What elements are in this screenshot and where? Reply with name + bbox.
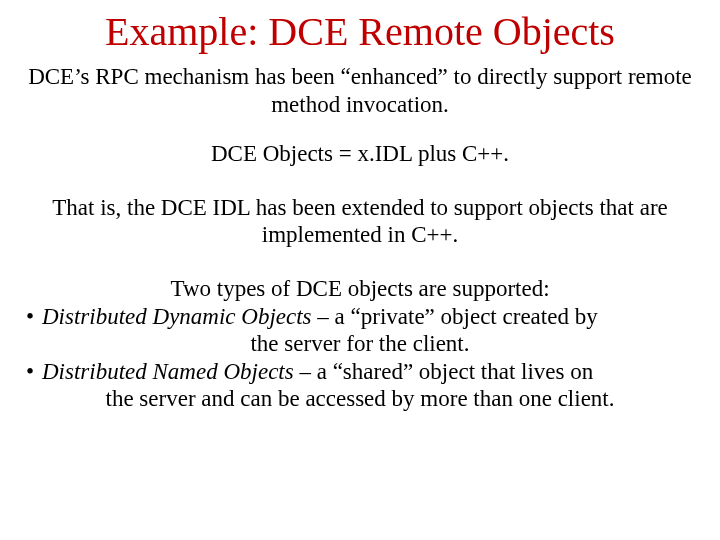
list-item-desc-cont: the server and can be accessed by more t… (20, 385, 700, 413)
list-intro: Two types of DCE objects are supported: (20, 275, 700, 303)
paragraph-equation: DCE Objects = x.IDL plus C++. (20, 140, 700, 168)
list-item-text: Distributed Named Objects – a “shared” o… (42, 358, 700, 386)
paragraph-explanation: That is, the DCE IDL has been extended t… (20, 194, 700, 249)
paragraph-intro: DCE’s RPC mechanism has been “enhanced” … (20, 63, 700, 118)
list-item: • Distributed Named Objects – a “shared”… (20, 358, 700, 386)
bullet-icon: • (20, 303, 42, 331)
list-block: Two types of DCE objects are supported: … (20, 275, 700, 413)
list-item-desc-cont: the server for the client. (20, 330, 700, 358)
list-item-desc-first: – a “shared” object that lives on (294, 359, 594, 384)
slide-title: Example: DCE Remote Objects (20, 8, 700, 55)
list-item: • Distributed Dynamic Objects – a “priva… (20, 303, 700, 331)
list-item-desc-first: – a “private” object created by (312, 304, 598, 329)
list-item-text: Distributed Dynamic Objects – a “private… (42, 303, 700, 331)
list-item-name: Distributed Dynamic Objects (42, 304, 312, 329)
bullet-icon: • (20, 358, 42, 386)
list-item-name: Distributed Named Objects (42, 359, 294, 384)
